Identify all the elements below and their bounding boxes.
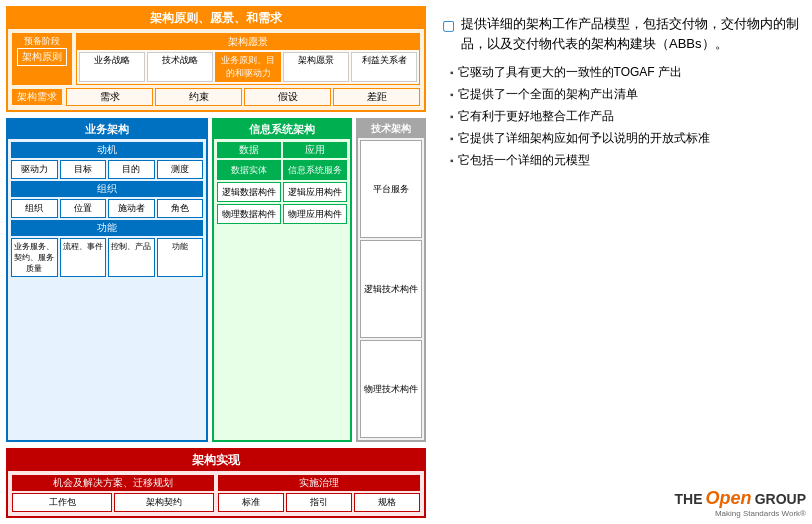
info-data-cell-0: 数据实体 bbox=[217, 160, 281, 180]
biz-section-motivation-title: 动机 bbox=[11, 142, 203, 158]
info-app-cell-0: 信息系统服务 bbox=[283, 160, 347, 180]
bullet-icon-3: ▪ bbox=[450, 131, 454, 146]
impl-right-item-0: 标准 bbox=[218, 493, 284, 512]
info-col-data-title: 数据 bbox=[217, 142, 281, 158]
tech-cell-2: 物理技术构件 bbox=[360, 340, 422, 438]
arch-impl-title: 架构实现 bbox=[8, 450, 424, 471]
info-data-cell-2: 物理数据构件 bbox=[217, 204, 281, 224]
arch-vision-box: 架构愿景 业务战略 技术战略 业务原则、目的和驱动力 架构愿景 利益关系者 bbox=[76, 33, 420, 85]
biz-org-item-3: 角色 bbox=[157, 199, 204, 218]
biz-section-func-title: 功能 bbox=[11, 220, 203, 236]
arch-needs-label: 架构需求 bbox=[12, 89, 62, 105]
logo-open: Open bbox=[706, 488, 752, 508]
bullet-text-3: 它提供了详细架构应如何予以说明的开放式标准 bbox=[458, 129, 710, 147]
arch-principles-title: 架构原则、愿景、和需求 bbox=[8, 8, 424, 29]
bullet-icon-1: ▪ bbox=[450, 87, 454, 102]
impl-right-title: 实施治理 bbox=[218, 475, 420, 491]
biz-func-item-0: 业务服务、契约、服务质量 bbox=[11, 238, 58, 277]
biz-item-0: 驱动力 bbox=[11, 160, 58, 179]
biz-section-motivation-row: 驱动力 目标 目的 测度 bbox=[11, 160, 203, 179]
arch-principles-body: 预备阶段 架构原则 架构愿景 业务战略 技术战略 业务原则、目的和驱动力 架构愿… bbox=[8, 29, 424, 110]
tech-arch-body: 平台服务 逻辑技术构件 物理技术构件 bbox=[358, 138, 424, 440]
vision-item-2: 业务原则、目的和驱动力 bbox=[215, 52, 281, 82]
impl-right-row: 标准 指引 规格 bbox=[218, 493, 420, 512]
info-cols: 数据 数据实体 逻辑数据构件 物理数据构件 应用 信息系统服务 逻辑应用构件 物… bbox=[217, 142, 347, 224]
bullet-icon-4: ▪ bbox=[450, 153, 454, 168]
biz-section-org-row: 组织 位置 施动者 角色 bbox=[11, 199, 203, 218]
impl-left-row: 工作包 架构契约 bbox=[12, 493, 214, 512]
arch-impl-section: 架构实现 机会及解决方案、迁移规划 工作包 架构契约 实施治理 标准 bbox=[6, 448, 426, 518]
info-data-cell-1: 逻辑数据构件 bbox=[217, 182, 281, 202]
needs-grid: 需求 约束 假设 差距 bbox=[66, 88, 420, 106]
tech-cell-0: 平台服务 bbox=[360, 140, 422, 238]
impl-right-item-2: 规格 bbox=[354, 493, 420, 512]
biz-section-func-row: 业务服务、契约、服务质量 流程、事件 控制、产品 功能 bbox=[11, 238, 203, 277]
logo-block: THE Open GROUP Making Standards Work® bbox=[675, 488, 806, 518]
impl-left-title: 机会及解决方案、迁移规划 bbox=[12, 475, 214, 491]
logo-sub: Making Standards Work® bbox=[675, 509, 806, 518]
info-col-app: 应用 信息系统服务 逻辑应用构件 物理应用构件 bbox=[283, 142, 347, 224]
bullet-text-2: 它有利于更好地整合工作产品 bbox=[458, 107, 614, 125]
arch-row: 业务架构 动机 驱动力 目标 目的 测度 组织 组织 位置 施动 bbox=[6, 118, 426, 442]
bullet-text-0: 它驱动了具有更大的一致性的TOGAF 产出 bbox=[458, 63, 682, 81]
tech-cell-1: 逻辑技术构件 bbox=[360, 240, 422, 338]
prep-box: 预备阶段 架构原则 bbox=[12, 33, 72, 85]
bullet-list: ▪ 它驱动了具有更大的一致性的TOGAF 产出 ▪ 它提供了一个全面的架构产出清… bbox=[442, 63, 802, 169]
logo-area: THE Open GROUP Making Standards Work® bbox=[438, 480, 806, 518]
bullet-icon-2: ▪ bbox=[450, 109, 454, 124]
biz-item-2: 目的 bbox=[108, 160, 155, 179]
right-panel: ▢ 提供详细的架构工作产品模型，包括交付物，交付物内的制品，以及交付物代表的架构… bbox=[434, 6, 806, 518]
bullet-item-2: ▪ 它有利于更好地整合工作产品 bbox=[450, 107, 802, 125]
checkbox-icon: ▢ bbox=[442, 15, 455, 36]
biz-arch-title: 业务架构 bbox=[8, 120, 206, 139]
bullet-icon-0: ▪ bbox=[450, 65, 454, 80]
impl-left-item-0: 工作包 bbox=[12, 493, 112, 512]
arch-top-row: 预备阶段 架构原则 架构愿景 业务战略 技术战略 业务原则、目的和驱动力 架构愿… bbox=[12, 33, 420, 85]
info-arch-title: 信息系统架构 bbox=[214, 120, 350, 139]
biz-org-item-2: 施动者 bbox=[108, 199, 155, 218]
main-desc-text: 提供详细的架构工作产品模型，包括交付物，交付物内的制品，以及交付物代表的架构构建… bbox=[461, 14, 802, 53]
prep-label: 预备阶段 bbox=[24, 35, 60, 48]
arch-vision-grid: 业务战略 技术战略 业务原则、目的和驱动力 架构愿景 利益关系者 bbox=[77, 50, 419, 84]
bullet-item-1: ▪ 它提供了一个全面的架构产出清单 bbox=[450, 85, 802, 103]
vision-item-4: 利益关系者 bbox=[351, 52, 417, 82]
info-arch-section: 信息系统架构 数据 数据实体 逻辑数据构件 物理数据构件 应用 bbox=[212, 118, 352, 442]
impl-left-section: 机会及解决方案、迁移规划 工作包 架构契约 bbox=[12, 475, 214, 512]
tech-arch-title: 技术架构 bbox=[358, 120, 424, 138]
biz-section-org-title: 组织 bbox=[11, 181, 203, 197]
biz-org-item-1: 位置 bbox=[60, 199, 107, 218]
info-col-app-title: 应用 bbox=[283, 142, 347, 158]
bullet-text-1: 它提供了一个全面的架构产出清单 bbox=[458, 85, 638, 103]
needs-item-2: 假设 bbox=[244, 88, 331, 106]
vision-item-1: 技术战略 bbox=[147, 52, 213, 82]
bullet-text-4: 它包括一个详细的元模型 bbox=[458, 151, 590, 169]
prep-value: 架构原则 bbox=[17, 48, 67, 66]
biz-item-1: 目标 bbox=[60, 160, 107, 179]
bullet-item-0: ▪ 它驱动了具有更大的一致性的TOGAF 产出 bbox=[450, 63, 802, 81]
biz-func-item-3: 功能 bbox=[157, 238, 204, 277]
arch-vision-title: 架构愿景 bbox=[77, 34, 419, 50]
needs-item-3: 差距 bbox=[333, 88, 420, 106]
info-app-cell-1: 逻辑应用构件 bbox=[283, 182, 347, 202]
tech-arch-section: 技术架构 平台服务 逻辑技术构件 物理技术构件 bbox=[356, 118, 426, 442]
arch-needs-row: 架构需求 需求 约束 假设 差距 bbox=[12, 88, 420, 106]
biz-func-item-2: 控制、产品 bbox=[108, 238, 155, 277]
needs-item-0: 需求 bbox=[66, 88, 153, 106]
biz-arch-section: 业务架构 动机 驱动力 目标 目的 测度 组织 组织 位置 施动 bbox=[6, 118, 208, 442]
needs-item-1: 约束 bbox=[155, 88, 242, 106]
bullet-item-3: ▪ 它提供了详细架构应如何予以说明的开放式标准 bbox=[450, 129, 802, 147]
logo-group: GROUP bbox=[755, 491, 806, 507]
arch-principles-section: 架构原则、愿景、和需求 预备阶段 架构原则 架构愿景 业务战略 技术战略 业务原… bbox=[6, 6, 426, 112]
vision-item-3: 架构愿景 bbox=[283, 52, 349, 82]
impl-top-row: 机会及解决方案、迁移规划 工作包 架构契约 实施治理 标准 指引 规格 bbox=[12, 475, 420, 512]
info-arch-body: 数据 数据实体 逻辑数据构件 物理数据构件 应用 信息系统服务 逻辑应用构件 物… bbox=[214, 139, 350, 440]
right-content: ▢ 提供详细的架构工作产品模型，包括交付物，交付物内的制品，以及交付物代表的架构… bbox=[438, 6, 806, 480]
info-col-data: 数据 数据实体 逻辑数据构件 物理数据构件 bbox=[217, 142, 281, 224]
arch-impl-body: 机会及解决方案、迁移规划 工作包 架构契约 实施治理 标准 指引 规格 bbox=[8, 471, 424, 516]
logo-main-row: THE Open GROUP bbox=[675, 488, 806, 509]
vision-item-0: 业务战略 bbox=[79, 52, 145, 82]
biz-func-item-1: 流程、事件 bbox=[60, 238, 107, 277]
impl-left-item-1: 架构契约 bbox=[114, 493, 214, 512]
biz-org-item-0: 组织 bbox=[11, 199, 58, 218]
left-panel: 架构原则、愿景、和需求 预备阶段 架构原则 架构愿景 业务战略 技术战略 业务原… bbox=[6, 6, 426, 518]
